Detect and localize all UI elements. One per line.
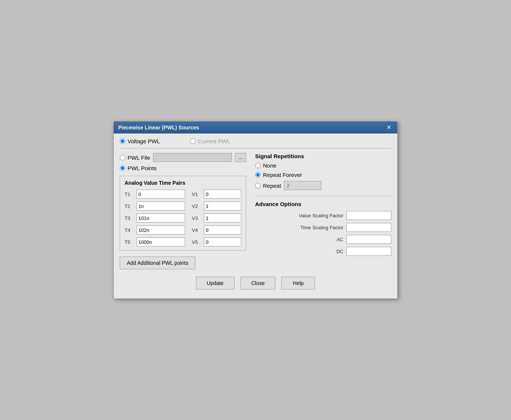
value-scaling-row: Value Scaling Factor [255,211,391,220]
repeat-radio[interactable] [255,183,261,188]
dc-row: DC [255,247,391,256]
pwl-points-option[interactable]: PWL Points [120,165,246,171]
t-input-3[interactable] [137,214,185,223]
ac-row: AC [255,235,391,244]
source-type-row: Voltage PWL Current PWL [120,138,391,148]
current-pwl-label: Current PWL [198,138,230,144]
t-input-2[interactable] [137,202,185,211]
dialog-container: Piecewise Linear (PWL) Sources ✕ Voltage… [113,121,398,299]
v-input-2[interactable] [204,202,241,211]
dc-label: DC [336,249,343,254]
pwl-file-input[interactable] [153,153,232,162]
pwl-points-radio[interactable] [120,165,125,171]
repeat-value-input[interactable] [284,181,321,190]
pwl-file-row: PWL File ... [120,153,246,162]
right-panel: Signal Repetitions None Repeat Forever [252,153,391,269]
analog-section: Analog Value Time Pairs T1 V1 T2 V2 T3 V… [120,176,246,251]
pwl-points-row: PWL Points [120,165,246,171]
current-pwl-option[interactable]: Current PWL [190,138,230,144]
advance-section: Advance Options Value Scaling Factor Tim… [255,201,391,256]
v-input-1[interactable] [204,190,241,199]
repeat-label: Repeat [263,183,281,189]
update-button[interactable]: Update [196,277,235,289]
ac-label: AC [337,237,343,242]
dc-input[interactable] [346,247,391,256]
none-radio[interactable] [255,163,261,168]
t-input-1[interactable] [137,190,185,199]
t-input-4[interactable] [137,226,185,234]
time-scaling-input[interactable] [346,223,391,232]
pwl-file-label: PWL File [128,154,150,161]
close-icon[interactable]: ✕ [385,125,393,131]
table-row: T3 V3 [125,214,241,223]
repeat-forever-option[interactable]: Repeat Forever [255,172,302,178]
v-input-5[interactable] [204,237,241,246]
table-row: T1 V1 [125,190,241,199]
browse-button[interactable]: ... [235,153,246,162]
title-bar: Piecewise Linear (PWL) Sources ✕ [114,122,397,134]
v-label-2: V2 [192,203,200,209]
main-content: PWL File ... PWL Points Analog Value Tim… [120,153,391,269]
v-label-5: V5 [192,239,200,245]
help-button[interactable]: Help [281,277,315,289]
voltage-pwl-option[interactable]: Voltage PWL [120,138,160,144]
t-label-4: T4 [125,227,133,233]
signal-rep-section: Signal Repetitions None Repeat Forever [255,153,391,190]
t-label-1: T1 [125,191,133,197]
pwl-points-label: PWL Points [128,165,157,171]
t-label-2: T2 [125,203,133,209]
bottom-buttons: Update Close Help [120,269,391,292]
current-pwl-radio[interactable] [190,138,196,144]
analog-section-title: Analog Value Time Pairs [125,180,241,186]
none-option-row: None [255,162,391,169]
v-label-4: V4 [192,227,200,233]
v-label-1: V1 [192,191,200,197]
t-input-5[interactable] [137,237,185,246]
repeat-option[interactable]: Repeat [255,183,281,189]
dialog-title: Piecewise Linear (PWL) Sources [118,125,199,131]
ac-input[interactable] [346,235,391,244]
repeat-forever-label: Repeat Forever [263,172,302,178]
advance-title: Advance Options [255,201,391,207]
table-row: T4 V4 [125,226,241,234]
none-option[interactable]: None [255,162,276,169]
signal-rep-title: Signal Repetitions [255,153,391,159]
t-label-3: T3 [125,215,133,221]
repeat-option-row: Repeat [255,181,391,190]
time-scaling-row: Time Scaling Factor [255,223,391,232]
pwl-file-option[interactable]: PWL File [120,154,150,161]
dialog-body: Voltage PWL Current PWL PWL File ... [114,134,397,298]
v-input-4[interactable] [204,226,241,234]
time-value-grid: T1 V1 T2 V2 T3 V3 T4 V4 T5 V5 [125,190,241,246]
v-input-3[interactable] [204,214,241,223]
table-row: T2 V2 [125,202,241,211]
time-scaling-label: Time Scaling Factor [300,225,343,230]
v-label-3: V3 [192,215,200,221]
value-scaling-input[interactable] [346,211,391,220]
separator [255,196,391,196]
value-scaling-label: Value Scaling Factor [299,213,343,218]
table-row: T5 V5 [125,237,241,246]
voltage-pwl-label: Voltage PWL [128,138,160,144]
t-label-5: T5 [125,239,133,245]
left-panel: PWL File ... PWL Points Analog Value Tim… [120,153,246,269]
pwl-file-radio[interactable] [120,155,125,160]
repeat-forever-radio[interactable] [255,172,261,178]
none-label: None [263,162,276,169]
close-button[interactable]: Close [241,277,276,289]
repeat-forever-option-row: Repeat Forever [255,172,391,178]
add-points-button[interactable]: Add Additional PWL points [120,257,195,269]
voltage-pwl-radio[interactable] [120,138,125,144]
